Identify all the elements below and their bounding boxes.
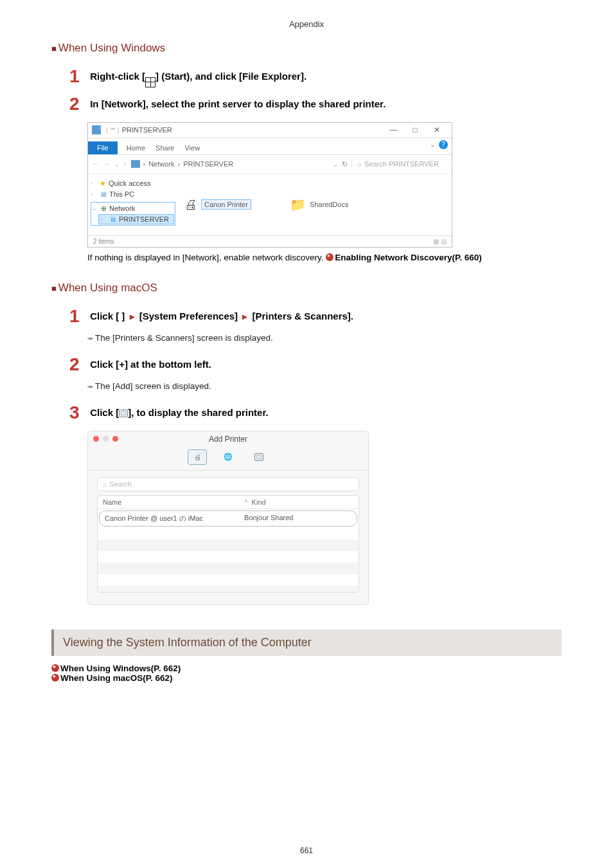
recent-dropdown[interactable]: ⌄	[114, 160, 120, 168]
text: ] (Start), and click [File Explorer].	[155, 71, 306, 82]
up-button[interactable]: ↑	[123, 160, 127, 168]
mac-toolbar: 🖨 🌐	[88, 447, 368, 471]
window-title: PRINTSERVER	[122, 126, 172, 134]
step-number: 1	[69, 306, 87, 327]
status-text: 2 items	[93, 238, 114, 245]
refresh-button[interactable]: ↻	[342, 160, 348, 168]
step-text: In [Network], select the print server to…	[90, 94, 386, 109]
cell-kind: Bonjour Shared	[244, 514, 351, 523]
step-text: Click [+] at the bottom left.	[90, 354, 211, 370]
step-number: 2	[69, 354, 87, 375]
text: Right-click [	[90, 71, 145, 82]
nav-tree: ›★Quick access ›🖥This PC ⌄⊕Network ›🖥PRI…	[88, 174, 178, 235]
back-button[interactable]: ←	[92, 160, 99, 168]
collapse-ribbon-icon[interactable]: ⌄	[430, 141, 435, 148]
table-header: Name ^Kind	[98, 496, 359, 509]
server-icon: 🖥	[109, 215, 116, 223]
link-windows[interactable]: When Using Windows(P. 662)	[51, 664, 562, 673]
step-number: 1	[69, 66, 87, 87]
step-row: 1 Right-click [] (Start), and click [Fil…	[69, 66, 562, 87]
help-icon[interactable]: ?	[439, 140, 448, 149]
tree-printserver[interactable]: ›🖥PRINTSERVER	[98, 214, 174, 224]
link-enabling-discovery[interactable]: Enabling Network Discovery(P. 660)	[335, 253, 482, 262]
ribbon: File Home Share View ⌄ ?	[88, 138, 452, 155]
printer-icon: 🖨	[184, 197, 197, 212]
tree-this-pc[interactable]: ›🖥This PC	[91, 189, 175, 199]
step-row: 1 Click [ ] ▶ [System Preferences] ▶ [Pr…	[69, 306, 562, 327]
macos-add-printer-screenshot: Add Printer 🖨 🌐 ⌕ Search Name ^Kind Cano…	[87, 431, 369, 605]
placeholder: Search	[109, 480, 132, 488]
section-heading-macos: When Using macOS	[51, 282, 562, 294]
text: ], to display the shared printer.	[128, 407, 268, 418]
text: ]	[121, 311, 127, 321]
search-icon: ⌕	[357, 160, 362, 168]
ip-tab-button[interactable]: 🌐	[218, 449, 238, 465]
text: [Printers & Scanners].	[249, 311, 353, 321]
step-number: 2	[69, 94, 87, 114]
step-text: Click [], to display the shared printer.	[90, 402, 268, 418]
forward-button[interactable]: →	[103, 160, 110, 168]
label: Network	[109, 204, 135, 212]
arrow-icon: ▶	[242, 313, 247, 320]
step-text: Right-click [] (Start), and click [File …	[90, 66, 306, 87]
content-item-folder[interactable]: 📁 SharedDocs	[290, 179, 349, 230]
band-links: When Using Windows(P. 662) When Using ma…	[51, 664, 562, 683]
quick-access-toolbar: ⎻	[111, 126, 115, 134]
page-number: 661	[0, 846, 613, 855]
star-icon: ★	[100, 179, 106, 188]
section-band: Viewing the System Information of the Co…	[51, 629, 562, 656]
breadcrumb-sep: ›	[178, 160, 181, 168]
search-box[interactable]: ⌕ Search PRINTSERVER	[351, 160, 448, 168]
tree-quick-access[interactable]: ›★Quick access	[91, 178, 175, 189]
breadcrumb-network[interactable]: Network	[148, 160, 174, 168]
minimize-button[interactable]: —	[382, 125, 404, 134]
content-item-printer[interactable]: 🖨 Canon Printer	[184, 179, 251, 230]
link-macos[interactable]: When Using macOS(P. 662)	[51, 673, 562, 683]
link-bullet-icon	[326, 253, 333, 261]
table-empty-rows	[98, 528, 359, 592]
status-bar: 2 items ▦ ▤	[88, 235, 452, 247]
step-row: 3 Click [], to display the shared printe…	[69, 402, 562, 423]
share-tab[interactable]: Share	[154, 141, 175, 154]
address-dropdown[interactable]: ⌄	[332, 160, 338, 168]
table-row[interactable]: Canon Printer @ user1 の iMac Bonjour Sha…	[99, 511, 357, 527]
file-tab[interactable]: File	[88, 141, 118, 154]
home-tab[interactable]: Home	[125, 141, 147, 154]
arrow-icon: ➠	[87, 383, 93, 390]
window-title: Add Printer	[88, 435, 368, 444]
breadcrumb-sep: ›	[143, 160, 146, 168]
text: When Using Windows(P. 662)	[60, 664, 181, 673]
search-field[interactable]: ⌕ Search	[97, 477, 359, 491]
col-name[interactable]: Name	[103, 498, 244, 506]
view-icons[interactable]: ▦ ▤	[433, 238, 447, 245]
printer-table: Name ^Kind Canon Printer @ user1 の iMac …	[97, 495, 359, 593]
mac-titlebar: Add Printer	[88, 431, 368, 447]
arrow-icon: ▶	[130, 313, 135, 320]
step-number: 3	[69, 402, 87, 423]
item-label: Canon Printer	[201, 199, 251, 210]
pc-icon	[131, 160, 140, 168]
close-button[interactable]: ✕	[426, 125, 448, 134]
page-header: Appendix	[51, 19, 562, 29]
text: The [Printers & Scanners] screen is disp…	[95, 333, 273, 343]
text: Click [	[90, 311, 121, 321]
breadcrumb-server[interactable]: PRINTSERVER	[183, 160, 233, 168]
label: PRINTSERVER	[119, 215, 169, 223]
windows-tab-button[interactable]	[249, 449, 269, 465]
default-tab-button[interactable]: 🖨	[188, 449, 207, 465]
view-tab[interactable]: View	[183, 141, 201, 154]
text: [System Preferences]	[137, 311, 241, 321]
divider: |	[118, 126, 120, 134]
titlebar: | ⎻ | PRINTSERVER — □ ✕	[88, 123, 452, 138]
link-bullet-icon	[51, 664, 59, 672]
step-description: ➠The [Add] screen is displayed.	[87, 381, 562, 391]
address-bar[interactable]: › Network › PRINTSERVER	[131, 160, 329, 168]
windows-start-icon	[145, 77, 155, 87]
note: If nothing is displayed in [Network], en…	[87, 253, 562, 262]
tree-network[interactable]: ⌄⊕Network	[92, 203, 174, 214]
section-heading-windows: When Using Windows	[51, 42, 562, 55]
search-icon: ⌕	[103, 480, 109, 488]
maximize-button[interactable]: □	[404, 125, 426, 134]
network-icon: ⊕	[101, 204, 107, 213]
col-kind[interactable]: ^Kind	[244, 498, 353, 506]
